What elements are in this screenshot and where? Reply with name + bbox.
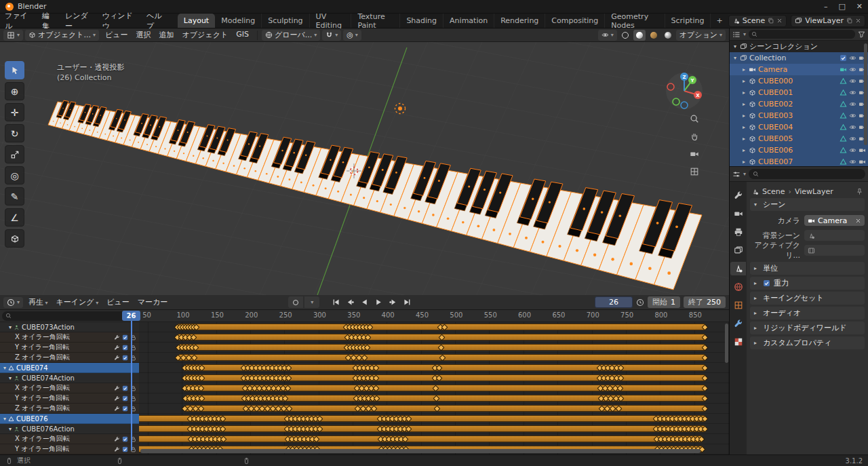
workspace-tab-modeling[interactable]: Modeling [215, 14, 262, 28]
copy-icon[interactable] [768, 18, 774, 24]
outliner-row-cube004[interactable]: ▸CUBE004 [730, 121, 868, 133]
workspace-tab-sculpting[interactable]: Sculpting [262, 14, 309, 28]
channel-fcurve-2[interactable]: Y オイラー角回転 [0, 343, 139, 353]
workspace-tab-rendering[interactable]: Rendering [494, 14, 545, 28]
snap-dropdown[interactable]: ▾ [322, 30, 341, 41]
properties-tab-render[interactable] [730, 207, 746, 220]
nav-toggle-ortho-button[interactable] [688, 166, 701, 178]
keyframe-row-3[interactable] [139, 353, 729, 363]
close-icon[interactable] [855, 18, 861, 24]
keying-set-button[interactable]: ▾ [304, 296, 319, 308]
outliner-row-cube001[interactable]: ▸CUBE001 [730, 87, 868, 98]
channel-fcurve-3[interactable]: Z オイラー角回転 [0, 353, 139, 363]
outliner-scrollbar[interactable] [864, 43, 867, 145]
transform-orientation-dropdown[interactable]: グローバ...▾ [262, 30, 320, 41]
tool-add-cube[interactable] [5, 229, 24, 248]
eye-icon[interactable] [849, 100, 856, 108]
viewport-menu-gis[interactable]: GIS [232, 29, 253, 41]
current-frame-field[interactable]: 26 [595, 296, 633, 308]
frame-start-field[interactable]: 開始 1 [648, 296, 680, 308]
next-keyframe-button[interactable] [386, 296, 399, 308]
play-button[interactable] [372, 296, 385, 308]
outliner-row-cube005[interactable]: ▸CUBE005 [730, 133, 868, 144]
channel-search-input[interactable] [2, 311, 130, 321]
outliner-search-input[interactable] [749, 30, 855, 39]
properties-tab-object[interactable] [730, 298, 746, 312]
filter-funnel-icon[interactable] [858, 31, 865, 38]
keyframe-row-7[interactable] [139, 393, 729, 404]
eye-icon[interactable] [849, 135, 856, 142]
tool-transform[interactable]: ◎ [5, 166, 24, 185]
render-camera-icon[interactable] [859, 158, 866, 166]
outliner-row-collection[interactable]: ▾Collection [730, 52, 868, 64]
frame-end-field[interactable]: 終了 250 [684, 296, 726, 308]
shading-solid-button[interactable] [633, 30, 646, 41]
timeline-vertical-scrollbar[interactable] [725, 324, 728, 363]
background-scene-field[interactable] [804, 230, 865, 241]
tool-move[interactable]: ✛ [5, 103, 24, 121]
panel-4[interactable]: ▸リジッドボディワールド [750, 322, 865, 334]
outliner-editor-icon[interactable] [732, 31, 741, 39]
properties-search-input[interactable] [749, 169, 865, 179]
options-dropdown[interactable]: オプション▾ [676, 30, 726, 41]
panel-3[interactable]: ▸オーディオ [750, 307, 865, 319]
viewport-menu-select[interactable]: 選択 [132, 29, 155, 41]
copy-icon[interactable] [846, 18, 852, 24]
tool-rotate[interactable]: ↻ [5, 124, 24, 142]
channel-fcurve-8[interactable]: Z オイラー角回転 [0, 404, 139, 414]
workspace-tab-geometry-nodes[interactable]: Geometry Nodes [605, 14, 665, 28]
eye-icon[interactable] [849, 147, 856, 154]
viewport-menu-view[interactable]: ビュー [101, 29, 132, 41]
channel-action-CUBE076Action[interactable]: ▾CUBE076Action [0, 424, 139, 434]
outliner-row-cube006[interactable]: ▸CUBE006 [730, 144, 868, 156]
clock-icon[interactable] [636, 298, 644, 307]
tool-measure[interactable]: ∠ [5, 208, 24, 227]
keyframe-row-2[interactable] [139, 343, 729, 353]
properties-tab-physics[interactable] [730, 335, 746, 349]
clear-icon[interactable] [855, 218, 861, 224]
timeline-ruler[interactable]: 5010015020025030035040045050055060065070… [139, 310, 729, 322]
timeline-menu-marker[interactable]: マーカー [134, 296, 172, 308]
channel-object-CUBE076[interactable]: ▾CUBE076 [0, 414, 139, 424]
tool-scale[interactable] [5, 145, 24, 163]
close-icon[interactable] [776, 18, 783, 24]
properties-tab-output[interactable] [730, 225, 746, 239]
eye-icon[interactable] [849, 112, 856, 119]
outliner-row-scene-collection[interactable]: ▾シーンコレクション [730, 41, 868, 52]
nav-zoom-button[interactable] [688, 113, 701, 125]
eye-icon[interactable] [849, 66, 856, 73]
keyframe-row-9[interactable] [139, 414, 729, 424]
nav-pan-button[interactable] [688, 130, 701, 142]
channel-fcurve-1[interactable]: X オイラー角回転 [0, 332, 139, 343]
tool-select-box[interactable] [5, 61, 24, 79]
tool-cursor-3d[interactable]: ⊕ [5, 82, 24, 100]
mode-dropdown[interactable]: オブジェクト...▾ [25, 30, 99, 41]
auto-keying-button[interactable] [288, 296, 303, 308]
panel-2[interactable]: ▸キーイングセット [750, 292, 865, 305]
keyframe-row-4[interactable] [139, 363, 729, 373]
shading-rendered-button[interactable] [662, 30, 674, 41]
active-clip-field[interactable] [804, 245, 865, 256]
playhead-frame-badge[interactable]: 26 [122, 311, 140, 321]
shading-material-button[interactable] [648, 30, 660, 41]
maximize-button[interactable]: □ [838, 2, 845, 11]
prev-keyframe-button[interactable] [343, 296, 357, 308]
keyframe-row-11[interactable] [139, 434, 729, 444]
timeline-horizontal-scrollbar[interactable] [140, 449, 701, 453]
workspace-tab-layout[interactable]: Layout [178, 14, 215, 28]
visibility-dropdown[interactable]: ▾ [598, 30, 617, 41]
eye-icon[interactable] [849, 77, 856, 85]
eye-icon[interactable] [849, 89, 856, 96]
outliner-row-cube000[interactable]: ▸CUBE000 [730, 75, 868, 87]
workspace-tab-animation[interactable]: Animation [443, 14, 494, 28]
outliner-row-camera[interactable]: ▸Camera [730, 64, 868, 75]
properties-tab-tool[interactable] [730, 189, 746, 202]
keyframe-area[interactable]: 5010015020025030035040045050055060065070… [139, 310, 729, 454]
play-reverse-button[interactable] [357, 296, 371, 308]
tool-annotate[interactable]: ✎ [5, 187, 24, 206]
channel-object-CUBE074[interactable]: ▾CUBE074 [0, 363, 139, 373]
scene-panel-header[interactable]: ▾ シーン [750, 198, 865, 211]
timeline-editor-type-button[interactable]: ▾ [3, 297, 23, 308]
channel-fcurve-11[interactable]: X オイラー角回転 [0, 434, 139, 444]
scene-selector[interactable]: Scene [728, 15, 787, 27]
